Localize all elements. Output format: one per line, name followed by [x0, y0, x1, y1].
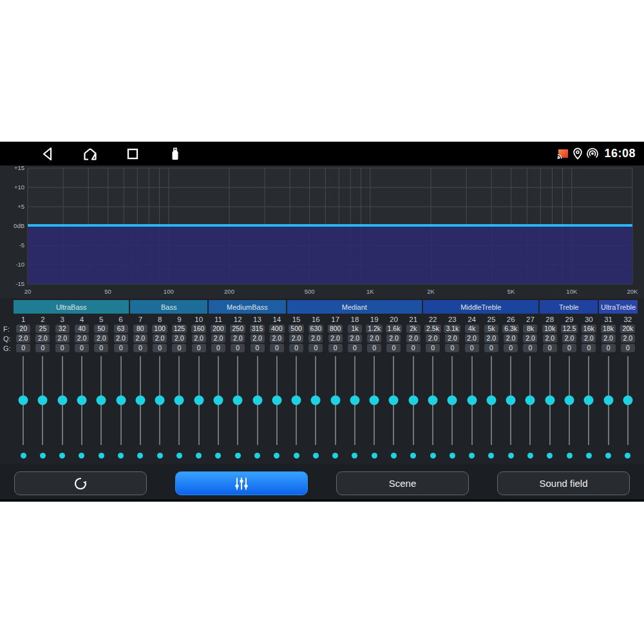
gain-value[interactable]: 0	[621, 344, 635, 352]
freq-value[interactable]: 25	[35, 325, 50, 333]
slider-knob[interactable]	[389, 395, 399, 405]
q-value[interactable]: 2.0	[582, 334, 596, 343]
gain-value[interactable]: 0	[348, 344, 362, 352]
freq-value[interactable]: 4k	[465, 325, 479, 333]
q-value[interactable]: 2.0	[153, 334, 167, 343]
q-value[interactable]: 2.0	[445, 334, 459, 343]
gain-slider[interactable]	[501, 354, 520, 449]
q-value[interactable]: 2.0	[386, 334, 401, 343]
gain-slider[interactable]	[540, 354, 560, 449]
gain-value[interactable]: 0	[153, 344, 167, 352]
q-value[interactable]: 2.0	[562, 334, 576, 343]
freq-value[interactable]: 1k	[348, 325, 362, 333]
gain-value[interactable]: 0	[445, 344, 459, 352]
channel-indicator-dot[interactable]	[332, 453, 338, 459]
slider-knob[interactable]	[565, 395, 574, 405]
gain-slider[interactable]	[520, 354, 540, 449]
band-group-bass[interactable]: Bass	[130, 300, 207, 314]
gain-value[interactable]: 0	[465, 344, 479, 352]
gain-value[interactable]: 0	[426, 344, 440, 352]
q-value[interactable]: 2.0	[621, 334, 635, 343]
channel-indicator-dot[interactable]	[508, 453, 514, 459]
slider-knob[interactable]	[467, 395, 477, 405]
slider-knob[interactable]	[486, 395, 496, 405]
channel-indicator-dot[interactable]	[137, 453, 143, 459]
slider-knob[interactable]	[194, 395, 204, 405]
q-value[interactable]: 2.0	[601, 334, 616, 343]
gain-slider[interactable]	[169, 354, 189, 449]
q-value[interactable]: 2.0	[251, 334, 265, 343]
slider-knob[interactable]	[175, 395, 184, 405]
gain-value[interactable]: 0	[16, 344, 30, 352]
gain-slider[interactable]	[384, 354, 403, 449]
freq-value[interactable]: 630	[308, 325, 324, 333]
home-button[interactable]	[82, 146, 98, 162]
band-group-ultrabass[interactable]: UltraBass	[14, 300, 129, 314]
slider-knob[interactable]	[292, 395, 301, 405]
freq-value[interactable]: 20k	[620, 325, 635, 333]
gain-value[interactable]: 0	[270, 344, 284, 352]
gain-slider[interactable]	[365, 354, 384, 449]
gain-value[interactable]: 0	[251, 344, 265, 352]
channel-indicator-dot[interactable]	[79, 453, 84, 459]
freq-value[interactable]: 3.1k	[444, 325, 460, 333]
channel-indicator-dot[interactable]	[391, 453, 397, 459]
q-value[interactable]: 2.0	[94, 334, 108, 343]
gain-value[interactable]: 0	[484, 344, 498, 352]
slider-knob[interactable]	[135, 395, 145, 405]
freq-value[interactable]: 8k	[523, 325, 537, 333]
gain-slider[interactable]	[150, 354, 169, 449]
slider-knob[interactable]	[38, 395, 48, 405]
q-value[interactable]: 2.0	[348, 334, 362, 343]
q-value[interactable]: 2.0	[504, 334, 518, 343]
gain-value[interactable]: 0	[231, 344, 245, 352]
freq-value[interactable]: 16k	[582, 325, 596, 333]
gain-value[interactable]: 0	[94, 344, 108, 352]
freq-value[interactable]: 20	[16, 325, 30, 333]
freq-value[interactable]: 80	[133, 325, 147, 333]
gain-slider[interactable]	[423, 354, 442, 449]
gain-slider[interactable]	[404, 354, 423, 449]
slider-knob[interactable]	[603, 395, 613, 405]
sound-field-button[interactable]: Sound field	[497, 471, 630, 495]
freq-value[interactable]: 5k	[484, 325, 498, 333]
freq-value[interactable]: 40	[75, 325, 89, 333]
gain-slider[interactable]	[442, 354, 462, 449]
slider-knob[interactable]	[77, 395, 86, 405]
gain-slider[interactable]	[131, 354, 150, 449]
q-value[interactable]: 2.0	[192, 334, 206, 343]
slider-knob[interactable]	[311, 395, 321, 405]
freq-value[interactable]: 63	[114, 325, 128, 333]
gain-slider[interactable]	[579, 354, 598, 449]
gain-value[interactable]: 0	[406, 344, 421, 352]
freq-value[interactable]: 6.3k	[502, 325, 519, 333]
slider-knob[interactable]	[272, 395, 281, 405]
gain-slider[interactable]	[462, 354, 481, 449]
channel-indicator-dot[interactable]	[118, 453, 124, 459]
gain-value[interactable]: 0	[289, 344, 303, 352]
channel-indicator-dot[interactable]	[527, 453, 533, 459]
freq-value[interactable]: 12.5	[561, 325, 578, 333]
channel-indicator-dot[interactable]	[450, 453, 455, 459]
q-value[interactable]: 2.0	[35, 334, 50, 343]
gain-value[interactable]: 0	[367, 344, 381, 352]
channel-indicator-dot[interactable]	[547, 453, 553, 459]
q-value[interactable]: 2.0	[270, 334, 284, 343]
band-group-treble[interactable]: Treble	[540, 300, 598, 314]
gain-slider[interactable]	[209, 354, 228, 449]
freq-value[interactable]: 200	[211, 325, 226, 333]
q-value[interactable]: 2.0	[133, 334, 147, 343]
slider-knob[interactable]	[57, 395, 67, 405]
slider-knob[interactable]	[428, 395, 438, 405]
channel-indicator-dot[interactable]	[157, 453, 163, 459]
slider-knob[interactable]	[584, 395, 594, 405]
channel-indicator-dot[interactable]	[99, 453, 104, 459]
slider-knob[interactable]	[330, 395, 340, 405]
slider-knob[interactable]	[545, 395, 554, 405]
slider-knob[interactable]	[506, 395, 516, 405]
gain-value[interactable]: 0	[504, 344, 518, 352]
q-value[interactable]: 2.0	[465, 334, 479, 343]
scene-button[interactable]: Scene	[336, 471, 469, 495]
q-value[interactable]: 2.0	[16, 334, 30, 343]
gain-slider[interactable]	[111, 354, 130, 449]
